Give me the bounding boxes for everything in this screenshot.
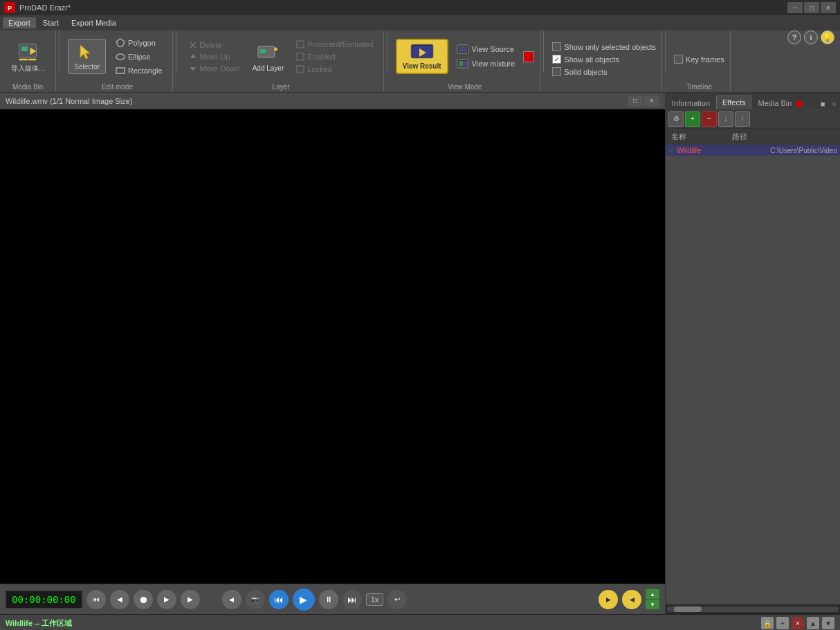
key-frames-label: Key frames — [686, 55, 724, 64]
menu-start[interactable]: Start — [37, 17, 64, 28]
to-start-button[interactable]: ⏮ — [269, 590, 289, 609]
speed-button[interactable]: 1x — [366, 593, 384, 606]
remove-button[interactable]: − — [702, 111, 717, 127]
mark-in-button[interactable]: ▶ — [599, 590, 618, 609]
video-close-button[interactable]: × — [644, 96, 659, 107]
step-forward-button[interactable]: ▶ — [181, 590, 200, 609]
svg-rect-16 — [260, 49, 266, 53]
app-logo: P — [4, 2, 15, 13]
svg-marker-13 — [190, 54, 196, 58]
h-scroll-thumb[interactable] — [674, 606, 702, 612]
timeline-header: Wildlife -- 工作区域 🔒 + × ▲ ▼ — [0, 615, 840, 630]
tab-extra-1[interactable]: ■ — [817, 98, 829, 109]
extra-1-label: ■ — [821, 100, 825, 108]
screenshot-button[interactable]: 📷 — [246, 590, 265, 609]
ellipse-button[interactable]: Ellipse — [111, 51, 167, 63]
tl-nav-up-button[interactable]: ▲ — [807, 617, 819, 629]
menu-export-media[interactable]: Export Media — [66, 17, 122, 28]
step-back-button[interactable]: ◀ — [110, 590, 129, 609]
view-source-button[interactable]: View Source — [453, 43, 520, 55]
play-button[interactable]: ▶ — [157, 590, 176, 609]
tab-information[interactable]: Information — [666, 96, 716, 109]
svg-rect-10 — [116, 68, 125, 73]
solid-objects-row: Solid objects — [552, 66, 656, 77]
media-item[interactable]: ✓ Wildlife C:\Users\Public\Video — [666, 145, 840, 156]
move-up-tb-button[interactable]: ↑ — [735, 111, 750, 127]
help-button[interactable]: ? — [787, 30, 801, 44]
ribbon-sep-5 — [665, 30, 666, 72]
svg-marker-14 — [190, 67, 196, 71]
info-button[interactable]: i — [804, 30, 818, 44]
rectangle-button[interactable]: Rectangle — [111, 64, 167, 77]
view-result-button[interactable]: View Result — [396, 39, 448, 74]
add-layer-label: Add Layer — [253, 64, 284, 72]
protected-excluded-label: Protected/Excluded — [307, 40, 373, 48]
svg-rect-3 — [21, 46, 28, 51]
stop-button[interactable]: ⏺ — [134, 590, 153, 609]
settings-button[interactable]: ⚙ — [668, 111, 684, 127]
media-bin-dot — [796, 100, 803, 107]
move-down-button[interactable]: Move Down — [185, 63, 244, 74]
tl-remove-button[interactable]: × — [792, 617, 804, 629]
right-hscroll[interactable] — [666, 604, 840, 614]
video-restore-button[interactable]: □ — [628, 96, 643, 107]
view-mixture-button[interactable]: View mixture — [453, 57, 520, 70]
maximize-button[interactable]: □ — [804, 2, 819, 13]
col-path-header: 路径 — [729, 130, 837, 143]
solid-objects-checkbox[interactable] — [552, 67, 561, 76]
green-up-button[interactable]: ▲ — [646, 589, 659, 599]
pause-button[interactable]: ⏸ — [319, 590, 338, 609]
skip-back-button[interactable]: ⏮ — [86, 590, 106, 609]
titlebar-controls: − □ × — [787, 2, 836, 13]
ribbon-section-objects: Show only selected objects ✓ Show all ob… — [547, 30, 662, 92]
svg-rect-28 — [459, 61, 464, 66]
to-end-button[interactable]: ⏭ — [343, 590, 362, 609]
delete-label: Delete — [200, 41, 222, 49]
add-layer-button[interactable]: Add Layer — [248, 38, 289, 75]
mark-out-button[interactable]: ◀ — [622, 590, 641, 609]
media-bin-tab-label: Media Bin — [758, 99, 792, 107]
tl-lock-button[interactable]: 🔒 — [761, 617, 774, 629]
tab-extra-2[interactable]: ○ — [828, 98, 840, 109]
titlebar: P ProDAD Erazr* − □ × — [0, 0, 840, 15]
media-list: ✓ Wildlife C:\Users\Public\Video — [666, 145, 840, 604]
delete-button[interactable]: Delete — [185, 39, 244, 51]
h-scroll-track[interactable] — [667, 606, 839, 612]
svg-rect-20 — [297, 53, 304, 60]
view-mode-label: View Mode — [390, 83, 540, 91]
loop-button[interactable]: ↩ — [387, 590, 407, 609]
import-media-button[interactable]: + 导入媒体... — [6, 37, 50, 76]
protected-excluded-button[interactable]: Protected/Excluded — [292, 39, 377, 50]
tab-effects[interactable]: Effects — [716, 96, 751, 109]
move-up-button[interactable]: Move Up — [185, 51, 244, 62]
move-down-tb-button[interactable]: ↓ — [718, 111, 733, 127]
play-pause-button[interactable]: ▶ — [293, 588, 315, 611]
selector-button[interactable]: Selector — [68, 39, 106, 74]
show-only-selected-checkbox[interactable] — [552, 42, 561, 51]
polygon-button[interactable]: Polygon — [111, 37, 167, 49]
svg-rect-19 — [297, 41, 304, 48]
tab-media-bin[interactable]: Media Bin — [751, 96, 809, 109]
show-only-selected-row: Show only selected objects — [552, 42, 656, 52]
menu-export[interactable]: Export — [3, 17, 36, 28]
media-item-path: C:\Users\Public\Video — [770, 147, 837, 154]
locked-button[interactable]: Locked — [292, 64, 377, 75]
video-area: Wildlife.wmv (1/1 Normal Image Size) □ ×… — [0, 93, 665, 614]
tl-nav-down-button[interactable]: ▼ — [822, 617, 834, 629]
media-item-name: Wildlife — [677, 146, 767, 154]
import-icon: + — [17, 40, 39, 62]
prev-frame-button[interactable]: ◀ — [222, 590, 241, 609]
add-button[interactable]: + — [685, 111, 700, 127]
light-button[interactable]: 💡 — [821, 30, 834, 44]
enabled-button[interactable]: Enabled — [292, 51, 377, 62]
green-down-button[interactable]: ▼ — [646, 600, 659, 609]
close-button[interactable]: × — [821, 2, 836, 13]
timeline-label: Timeline — [668, 83, 730, 91]
key-frames-checkbox[interactable] — [674, 55, 683, 64]
minimize-button[interactable]: − — [787, 2, 803, 13]
solid-objects-label: Solid objects — [564, 68, 607, 76]
show-all-objects-checkbox[interactable]: ✓ — [552, 55, 561, 64]
video-controls-bar: □ × — [628, 96, 659, 107]
move-down-label: Move Down — [200, 64, 240, 73]
tl-add-button[interactable]: + — [776, 617, 789, 629]
